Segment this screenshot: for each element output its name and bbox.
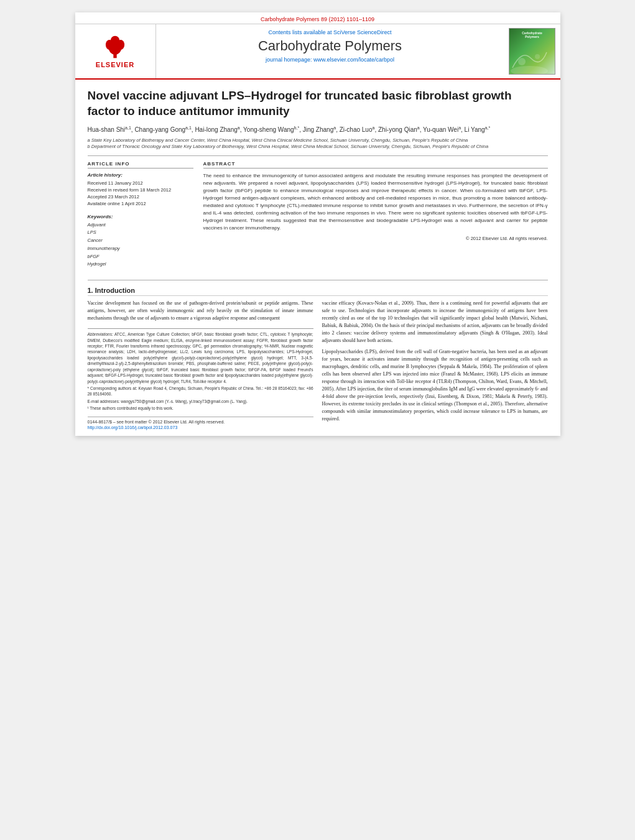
authors-line: Hua-shan Shia,1, Chang-yang Gonga,1, Hai…	[88, 125, 548, 134]
received-1: Received 11 January 2012	[88, 180, 193, 187]
intro-para1: Vaccine development has focused on the u…	[88, 300, 313, 322]
received-2: Received in revised form 18 March 2012	[88, 187, 193, 193]
svg-point-4	[111, 35, 119, 44]
journal-cover-area: CarbohydratePolymers	[504, 24, 560, 78]
article-info-column: ARTICLE INFO Article history: Received 1…	[88, 161, 193, 275]
affiliations: a State Key Laboratory of Biotherapy and…	[88, 137, 548, 150]
elsevier-tree-icon	[100, 35, 131, 60]
keyword-hydrogel: Hydrogel	[88, 261, 193, 269]
abbreviations-footnote: Abbreviations: ATCC, American Type Cultu…	[88, 331, 313, 384]
journal-reference: Carbohydrate Polymers 89 (2012) 1101–110…	[75, 12, 560, 24]
elsevier-brand-text: ELSEVIER	[96, 61, 134, 68]
intro-para2: vaccine efficacy (Kovacs-Nolan et al., 2…	[322, 300, 548, 344]
keywords-block: Keywords: Adjuvant LPS Cancer Immunother…	[88, 214, 193, 269]
journal-cover-image: CarbohydratePolymers	[509, 28, 555, 75]
cover-title-text: CarbohydratePolymers	[522, 31, 542, 39]
svg-point-6	[518, 58, 526, 65]
history-label: Article history:	[88, 172, 193, 178]
doi-link[interactable]: http://dx.doi.org/10.1016/j.carbpol.2012…	[88, 425, 313, 430]
journal-title: Carbohydrate Polymers	[162, 38, 498, 54]
article-body: Novel vaccine adjuvant LPS–Hydrogel for …	[75, 80, 560, 436]
copyright-line: © 2012 Elsevier Ltd. All rights reserved…	[203, 236, 548, 241]
info-abstract-columns: ARTICLE INFO Article history: Received 1…	[88, 161, 548, 275]
article-info-label: ARTICLE INFO	[88, 161, 193, 168]
abstract-text: The need to enhance the immunogenicity o…	[203, 172, 548, 232]
svg-point-5	[511, 66, 548, 74]
bottom-bar: 0144-8617/$ – see front matter © 2012 El…	[88, 417, 313, 424]
intro-para3: Lipopolysaccharides (LPS), derived from …	[322, 348, 548, 423]
accepted-date: Accepted 23 March 2012	[88, 193, 193, 200]
article-history-block: Article history: Received 11 January 201…	[88, 172, 193, 208]
keyword-lps: LPS	[88, 229, 193, 237]
abstract-label: ABSTRACT	[203, 161, 548, 168]
affiliation-a: a State Key Laboratory of Biotherapy and…	[88, 137, 548, 144]
intro-divider	[88, 280, 548, 280]
article-page: Carbohydrate Polymers 89 (2012) 1101–110…	[75, 12, 560, 436]
issn-text: 0144-8617/$ – see front matter © 2012 El…	[88, 420, 225, 424]
equal-contribution-footnote: ¹ These authors contributed equally to t…	[88, 405, 313, 411]
keyword-bfgf: bFGF	[88, 253, 193, 261]
journal-info-center: Contents lists available at SciVerse Sci…	[156, 24, 504, 78]
keyword-cancer: Cancer	[88, 237, 193, 245]
keywords-list: Adjuvant LPS Cancer Immunotherapy bFGF H…	[88, 221, 193, 269]
affiliation-b: b Department of Thoracic Oncology and St…	[88, 144, 548, 150]
keyword-adjuvant: Adjuvant	[88, 221, 193, 229]
introduction-left-column: Vaccine development has focused on the u…	[88, 300, 313, 429]
introduction-header: 1. Introduction	[88, 287, 548, 296]
journal-header: Carbohydrate Polymers 89 (2012) 1101–110…	[75, 12, 560, 80]
section-divider	[88, 155, 548, 156]
sciverse-link[interactable]: Contents lists available at SciVerse Sci…	[162, 29, 498, 35]
introduction-columns: Vaccine development has focused on the u…	[88, 300, 548, 429]
abstract-column: ABSTRACT The need to enhance the immunog…	[203, 161, 548, 275]
journal-homepage: journal homepage: www.elsevier.com/locat…	[162, 57, 498, 63]
available-date: Available online 1 April 2012	[88, 200, 193, 207]
keywords-label: Keywords:	[88, 214, 193, 219]
svg-point-7	[535, 54, 540, 59]
introduction-right-column: vaccine efficacy (Kovacs-Nolan et al., 2…	[322, 300, 548, 429]
cover-graphic	[509, 43, 550, 74]
corresponding-footnote: * Corresponding authors at: Keyuan Road …	[88, 385, 313, 397]
article-title: Novel vaccine adjuvant LPS–Hydrogel for …	[88, 88, 548, 119]
elsevier-logo-area: ELSEVIER	[75, 24, 156, 78]
keyword-immunotherapy: Immunotherapy	[88, 245, 193, 253]
email-footnote: E-mail addresses: wangys750@gmail.com (Y…	[88, 399, 313, 404]
footnotes-area: Abbreviations: ATCC, American Type Cultu…	[88, 328, 313, 411]
